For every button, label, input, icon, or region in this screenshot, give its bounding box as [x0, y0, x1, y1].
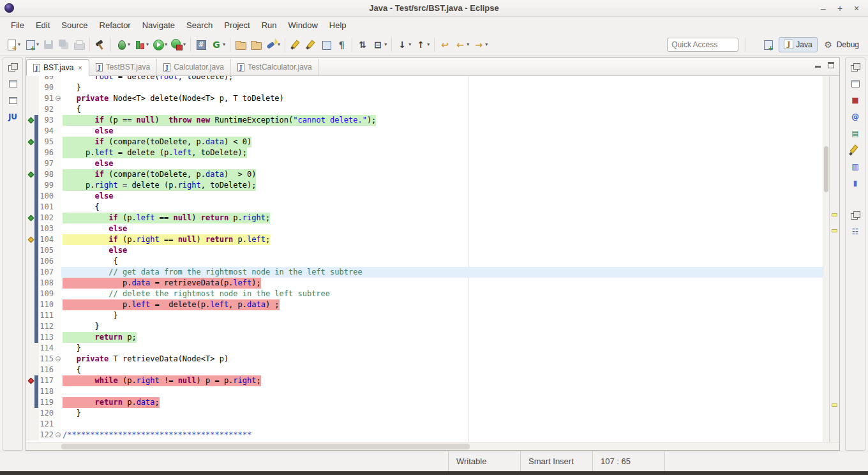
fold-ruler[interactable]: − — [56, 354, 61, 365]
overview-annotation-mark[interactable] — [832, 229, 837, 232]
annotation-ruler[interactable] — [26, 397, 39, 408]
code-text[interactable]: private Node<T> delete(Node<T> p, T toDe… — [61, 93, 823, 104]
collapse-icon[interactable]: − — [56, 96, 61, 101]
code-text[interactable]: if (compare(toDelete, p.data) > 0) — [61, 169, 823, 180]
code-line-97[interactable]: 97 else — [26, 158, 823, 169]
menu-window[interactable]: Window — [283, 19, 324, 32]
menu-edit[interactable]: Edit — [30, 19, 56, 32]
code-line-122[interactable]: 122−/***********************************… — [26, 430, 823, 441]
code-line-114[interactable]: 114 } — [26, 343, 823, 354]
dropdown-arrow-icon[interactable]: ▾ — [36, 41, 39, 47]
code-text[interactable]: if (p.right == null) return p.left; — [61, 234, 823, 245]
annotation-ruler[interactable] — [26, 169, 39, 180]
fold-ruler[interactable] — [56, 365, 61, 375]
annotation-ruler[interactable] — [26, 126, 39, 137]
fold-ruler[interactable] — [56, 386, 61, 397]
fold-ruler[interactable] — [56, 289, 61, 299]
annotation-ruler[interactable] — [26, 115, 39, 126]
dropdown-arrow-icon[interactable]: ▾ — [18, 41, 20, 47]
annotation-ruler[interactable] — [26, 223, 39, 234]
menu-help[interactable]: Help — [324, 19, 352, 32]
annotation-ruler[interactable] — [26, 137, 39, 147]
code-text[interactable]: else — [61, 223, 823, 234]
annotation-ruler[interactable] — [26, 202, 39, 213]
code-text[interactable]: p.data = retrieveData(p.left); — [61, 278, 823, 289]
dropdown-arrow-icon[interactable]: ▾ — [384, 41, 387, 47]
fold-ruler[interactable] — [56, 76, 61, 82]
quick-access-input[interactable] — [667, 38, 738, 52]
annotation-ruler[interactable] — [26, 310, 39, 321]
code-text[interactable]: root = delete(root, toDelete); — [61, 76, 823, 82]
fold-ruler[interactable] — [56, 126, 61, 137]
dropdown-arrow-icon[interactable]: ▾ — [128, 41, 130, 47]
code-text[interactable]: } — [61, 321, 823, 332]
overview-annotation-mark[interactable] — [832, 403, 837, 407]
fold-ruler[interactable] — [56, 419, 61, 430]
dropdown-arrow-icon[interactable]: ▾ — [485, 41, 488, 47]
code-text[interactable]: /***************************************… — [61, 430, 823, 441]
fold-ruler[interactable] — [56, 397, 61, 408]
restore-panel-icon[interactable] — [848, 61, 862, 73]
vertical-scrollbar[interactable] — [823, 76, 829, 442]
fold-ruler[interactable] — [56, 223, 61, 234]
code-line-115[interactable]: 115− private T retrieveData(Node<T> p) — [26, 354, 823, 365]
tab-calculator-java[interactable]: Calculator.java — [157, 59, 231, 75]
back-button[interactable]: ▾ — [453, 36, 470, 53]
code-line-92[interactable]: 92 { — [26, 104, 823, 115]
fold-ruler[interactable] — [56, 375, 61, 386]
fold-ruler[interactable]: − — [56, 430, 61, 441]
dropdown-arrow-icon[interactable]: ▾ — [408, 41, 411, 47]
next-annotation-button[interactable]: ▾ — [395, 36, 412, 53]
code-text[interactable]: while (p.right != null) p = p.right; — [61, 375, 823, 386]
new-java-element-button[interactable]: ▾ — [23, 36, 40, 53]
package-button[interactable] — [249, 36, 263, 53]
overview-ruler[interactable] — [829, 76, 839, 442]
code-line-91[interactable]: 91− private Node<T> delete(Node<T> p, T … — [26, 93, 823, 104]
annotation-ruler[interactable] — [26, 76, 39, 82]
annotation-ruler[interactable] — [26, 299, 39, 310]
declaration-view-icon[interactable] — [848, 127, 862, 140]
annotation-ruler[interactable] — [26, 213, 39, 223]
open-perspective-button[interactable] — [757, 37, 779, 52]
highlighter-button[interactable] — [304, 36, 318, 53]
fold-ruler[interactable] — [56, 234, 61, 245]
fold-ruler[interactable] — [56, 321, 61, 332]
letter-g-wizard-button[interactable]: ▾ — [209, 36, 227, 53]
code-line-117[interactable]: 117 while (p.right != null) p = p.right; — [26, 375, 823, 386]
fold-ruler[interactable] — [56, 310, 61, 321]
annotation-ruler[interactable] — [26, 278, 39, 289]
code-line-89[interactable]: 89 root = delete(root, toDelete); — [26, 76, 823, 82]
code-line-101[interactable]: 101 { — [26, 202, 823, 213]
annotation-ruler[interactable] — [26, 321, 39, 332]
dropdown-arrow-icon[interactable]: ▾ — [146, 41, 149, 47]
fold-ruler[interactable] — [56, 137, 61, 147]
fold-ruler[interactable] — [56, 245, 61, 256]
annotation-ruler[interactable] — [26, 180, 39, 191]
code-line-103[interactable]: 103 else — [26, 223, 823, 234]
problems-view-icon[interactable] — [848, 94, 862, 107]
annotation-ruler[interactable] — [26, 158, 39, 169]
bookmark-view-icon[interactable] — [848, 177, 862, 190]
code-line-93[interactable]: 93 if (p == null) throw new RuntimeExcep… — [26, 115, 823, 126]
menu-file[interactable]: File — [5, 19, 30, 32]
dropdown-arrow-icon[interactable]: ▾ — [467, 41, 469, 47]
save-all-button[interactable] — [57, 36, 71, 53]
code-line-112[interactable]: 112 } — [26, 321, 823, 332]
outline-view-icon[interactable] — [848, 225, 862, 238]
search-view-icon[interactable] — [848, 144, 862, 156]
code-text[interactable]: { — [61, 104, 823, 115]
fold-ruler[interactable] — [56, 82, 61, 93]
code-line-111[interactable]: 111 } — [26, 310, 823, 321]
open-type-button[interactable] — [234, 36, 248, 53]
annotation-ruler[interactable] — [26, 147, 39, 158]
sort-button[interactable] — [355, 36, 370, 53]
collapse-icon[interactable]: − — [56, 356, 61, 361]
fold-ruler[interactable] — [56, 213, 61, 223]
code-line-105[interactable]: 105 else — [26, 245, 823, 256]
annotation-ruler[interactable] — [26, 93, 39, 104]
code-text[interactable]: return p.data; — [61, 397, 823, 408]
print-button[interactable] — [72, 36, 86, 53]
collapse-icon[interactable]: − — [56, 432, 61, 437]
code-line-100[interactable]: 100 else — [26, 191, 823, 202]
fold-ruler[interactable]: − — [56, 93, 61, 104]
